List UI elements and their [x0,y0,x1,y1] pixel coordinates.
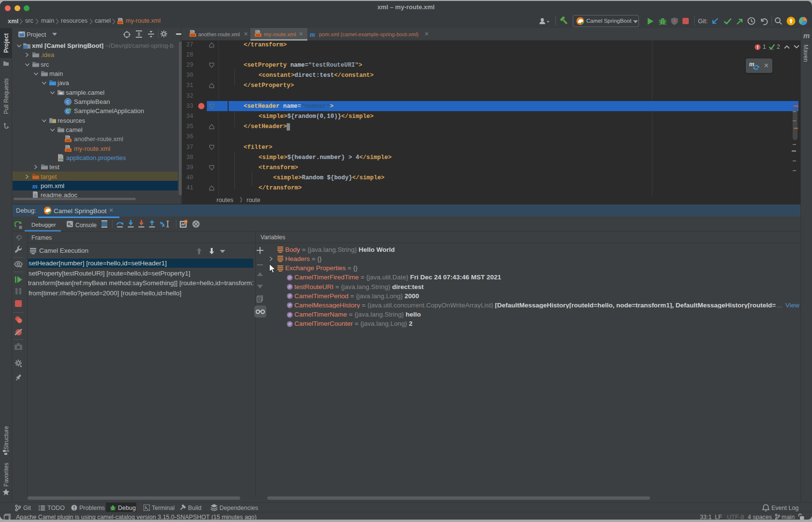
svg-text:P: P [289,285,291,290]
svg-text:m: m [32,183,38,190]
svg-text:P: P [289,303,291,308]
svg-text:<>: <> [191,33,195,37]
svg-text:C: C [66,100,70,104]
svg-text:<>: <> [66,139,70,143]
svg-text:P: P [289,322,291,327]
svg-text:P: P [289,313,291,318]
svg-text:P: P [289,294,291,299]
svg-text:<>: <> [256,33,260,37]
svg-text:P: P [289,276,291,280]
svg-text:<>: <> [118,21,122,25]
svg-text:m: m [310,31,315,38]
svg-text:<>: <> [66,148,70,152]
